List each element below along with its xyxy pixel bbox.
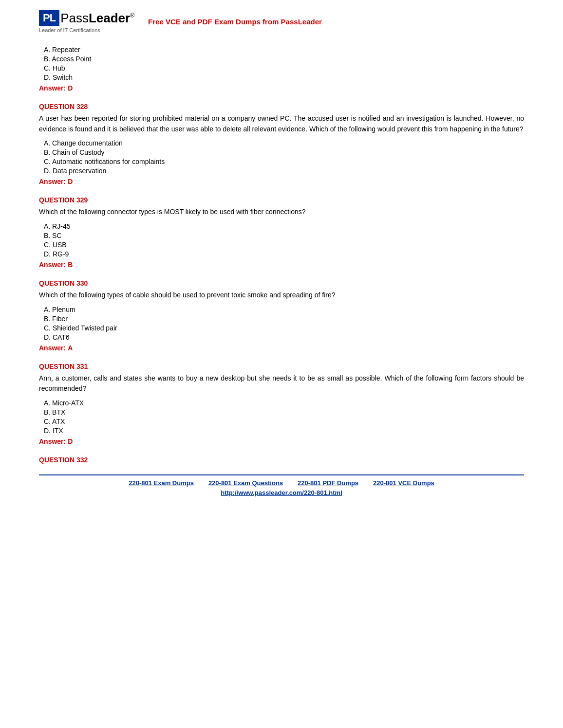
header-link[interactable]: Free VCE and PDF Exam Dumps from PassLea… xyxy=(148,18,322,26)
footer-link-pdf-dumps[interactable]: 220-801 PDF Dumps xyxy=(298,479,358,487)
question-328-options: A. Change documentation B. Chain of Cust… xyxy=(44,139,524,175)
option-item: B. Fiber xyxy=(44,315,524,323)
logo-text: PassLeader® xyxy=(60,11,134,26)
option-item: B. SC xyxy=(44,232,524,239)
answer-value: D xyxy=(68,84,73,92)
answer-330-value: A xyxy=(68,344,73,352)
question-329-options: A. RJ-45 B. SC C. USB D. RG-9 xyxy=(44,222,524,258)
question-328-text: A user has been reported for storing pro… xyxy=(39,113,524,134)
logo-tagline: Leader of IT Certifications xyxy=(39,27,100,33)
answer-329-label: Answer: xyxy=(39,261,66,269)
footer-link-vce-dumps[interactable]: 220-801 VCE Dumps xyxy=(373,479,434,487)
logo-area: PL PassLeader® Leader of IT Certificatio… xyxy=(39,10,139,33)
question-330-text: Which of the following types of cable sh… xyxy=(39,290,524,301)
prev-options-block: A. Repeater B. Access Point C. Hub D. Sw… xyxy=(39,46,524,92)
option-item: C. USB xyxy=(44,241,524,249)
question-330-block: QUESTION 330 Which of the following type… xyxy=(39,279,524,352)
footer-links: 220-801 Exam Dumps 220-801 Exam Question… xyxy=(39,479,524,487)
logo-pl-badge: PL xyxy=(39,10,59,26)
question-328-block: QUESTION 328 A user has been reported fo… xyxy=(39,103,524,185)
option-item: A. Repeater xyxy=(44,46,524,54)
logo-top: PL PassLeader® xyxy=(39,10,139,26)
question-330-title: QUESTION 330 xyxy=(39,279,524,287)
answer-328-label: Answer: xyxy=(39,178,66,185)
question-329-block: QUESTION 329 Which of the following conn… xyxy=(39,196,524,269)
option-item: B. Chain of Custody xyxy=(44,148,524,156)
option-item: B. Access Point xyxy=(44,55,524,63)
answer-330-block: Answer: A xyxy=(39,344,524,352)
answer-330-label: Answer: xyxy=(39,344,66,352)
question-332-block: QUESTION 332 xyxy=(39,456,524,464)
answer-331-label: Answer: xyxy=(39,437,66,445)
logo-pass: Pass xyxy=(60,11,89,25)
answer-329-block: Answer: B xyxy=(39,261,524,269)
question-331-title: QUESTION 331 xyxy=(39,363,524,370)
question-328-title: QUESTION 328 xyxy=(39,103,524,110)
question-329-text: Which of the following connector types i… xyxy=(39,207,524,218)
logo-box: PL PassLeader® xyxy=(39,10,134,26)
option-item: D. CAT6 xyxy=(44,333,524,341)
footer-link-exam-dumps[interactable]: 220-801 Exam Dumps xyxy=(129,479,194,487)
option-item: C. Automatic notifications for complaint… xyxy=(44,158,524,165)
answer-label: Answer: xyxy=(39,84,66,92)
option-item: D. Data preservation xyxy=(44,167,524,175)
question-331-options: A. Micro-ATX B. BTX C. ATX D. ITX xyxy=(44,399,524,435)
question-331-block: QUESTION 331 Ann, a customer, calls and … xyxy=(39,363,524,445)
logo-leader: Leader xyxy=(89,11,130,25)
logo-registered: ® xyxy=(130,12,134,19)
answer-329-value: B xyxy=(68,261,73,269)
option-item: A. Plenum xyxy=(44,306,524,313)
answer-331-block: Answer: D xyxy=(39,437,524,445)
question-331-text: Ann, a customer, calls and states she wa… xyxy=(39,373,524,394)
footer-link-exam-questions[interactable]: 220-801 Exam Questions xyxy=(208,479,283,487)
footer-url-line: http://www.passleader.com/220-801.html xyxy=(39,489,524,496)
header: PL PassLeader® Leader of IT Certificatio… xyxy=(39,10,524,37)
option-item: A. Change documentation xyxy=(44,139,524,147)
option-item: B. BTX xyxy=(44,408,524,416)
option-item: C. ATX xyxy=(44,418,524,425)
answer-331-value: D xyxy=(68,437,73,445)
answer-328-value: D xyxy=(68,178,73,185)
footer-url[interactable]: http://www.passleader.com/220-801.html xyxy=(221,489,342,496)
option-item: C. Hub xyxy=(44,64,524,72)
option-item: D. RG-9 xyxy=(44,250,524,258)
option-item: C. Shielded Twisted pair xyxy=(44,324,524,332)
option-item: D. ITX xyxy=(44,427,524,435)
question-330-options: A. Plenum B. Fiber C. Shielded Twisted p… xyxy=(44,306,524,341)
option-item: A. RJ-45 xyxy=(44,222,524,230)
option-item: D. Switch xyxy=(44,73,524,81)
answer-328-block: Answer: D xyxy=(39,178,524,185)
footer: 220-801 Exam Dumps 220-801 Exam Question… xyxy=(39,474,524,496)
question-329-title: QUESTION 329 xyxy=(39,196,524,204)
prev-options-list: A. Repeater B. Access Point C. Hub D. Sw… xyxy=(44,46,524,81)
question-332-title: QUESTION 332 xyxy=(39,456,524,464)
answer-block: Answer: D xyxy=(39,84,524,92)
option-item: A. Micro-ATX xyxy=(44,399,524,407)
